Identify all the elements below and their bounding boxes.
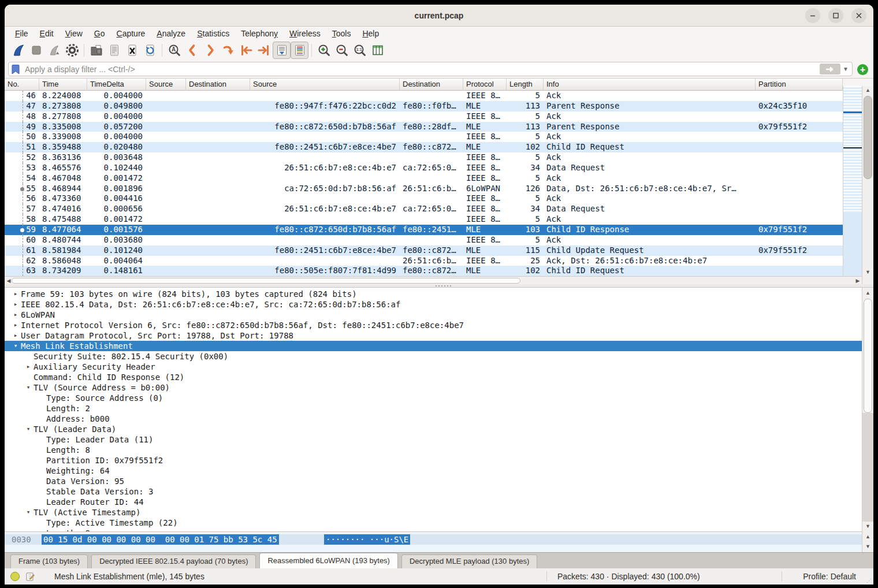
menu-view[interactable]: View (59, 28, 88, 39)
zoom-original-button[interactable]: 1:1 (351, 42, 369, 59)
add-filter-button-plus-icon[interactable]: + (857, 64, 868, 75)
close-button[interactable] (851, 8, 866, 23)
scroll-down-icon[interactable]: ▼ (862, 522, 873, 530)
expander-expanded-icon[interactable]: ▾ (23, 424, 34, 434)
detail-line[interactable]: Partition ID: 0x79f551f2 (5, 455, 862, 466)
restart-capture-button[interactable] (45, 42, 63, 59)
packet-row-57[interactable]: 578.4740160.00065626:51:c6:b7:e8:ce:4b:e… (5, 204, 843, 214)
detail-line[interactable]: Stable Data Version: 3 (5, 486, 862, 497)
column-header-destination[interactable]: Destination (400, 79, 463, 91)
zoom-in-button[interactable] (315, 42, 333, 59)
hex-bytes-highlighted[interactable]: 00 15 0d 00 00 00 00 00 00 00 01 75 bb 5… (42, 534, 279, 545)
scroll-down-icon[interactable]: ▼ (862, 542, 873, 550)
detail-line[interactable]: ▸Auxiliary Security Header (5, 362, 862, 372)
scroll-right-icon[interactable]: ▶ (854, 277, 862, 285)
detail-line[interactable]: Type: Active Timestamp (22) (5, 518, 862, 528)
scroll-down-icon[interactable]: ▼ (862, 268, 873, 276)
packet-list-scroll-thumb[interactable] (864, 96, 872, 179)
menu-file[interactable]: File (9, 28, 34, 39)
packet-list-hscrollbar[interactable]: ◀ ▶ (5, 276, 862, 284)
details-scroll-track[interactable] (862, 413, 873, 522)
go-last-packet-button[interactable] (255, 42, 273, 59)
scroll-up-icon[interactable]: ▲ (862, 86, 873, 94)
menu-capture[interactable]: Capture (111, 28, 151, 39)
resize-grip[interactable]: ⋰ (866, 578, 872, 583)
go-back-button[interactable] (183, 42, 201, 59)
capture-comment-icon[interactable] (25, 572, 35, 581)
detail-line[interactable]: ▸IEEE 802.15.4 Data, Dst: 26:51:c6:b7:e8… (5, 299, 862, 310)
detail-line[interactable]: Leader Router ID: 44 (5, 497, 862, 507)
column-header-no-[interactable]: No. (5, 79, 39, 91)
intelligent-scrollbar-minimap[interactable] (843, 86, 862, 276)
packet-row-50[interactable]: 508.3390080.004000IEEE 8…5Ack (5, 132, 843, 142)
go-to-packet-button[interactable] (219, 42, 237, 59)
menu-tools[interactable]: Tools (326, 28, 357, 39)
detail-line[interactable]: ▸User Datagram Protocol, Src Port: 19788… (5, 330, 862, 341)
detail-line[interactable]: Type: Leader Data (11) (5, 434, 862, 445)
scroll-up-icon[interactable]: ▲ (862, 289, 873, 297)
display-filter-input[interactable] (24, 64, 820, 75)
packet-row-46[interactable]: 468.2240080.004000IEEE 8…5Ack (5, 91, 843, 101)
column-header-info[interactable]: Info (544, 79, 756, 91)
expander-collapsed-icon[interactable]: ▸ (10, 299, 21, 310)
detail-line[interactable]: Length: 2 (5, 403, 862, 414)
auto-scroll-button[interactable] (273, 42, 291, 59)
packet-row-54[interactable]: 548.4670480.001472IEEE 8…5Ack (5, 173, 843, 184)
resize-columns-button[interactable] (369, 42, 386, 59)
packet-row-60[interactable]: 608.4807440.003680IEEE 8…5Ack (5, 235, 843, 245)
close-file-button[interactable] (123, 42, 141, 59)
expander-collapsed-icon[interactable]: ▸ (10, 320, 21, 330)
bytes-tab-0[interactable]: Frame (103 bytes) (10, 554, 88, 568)
filter-dropdown-caret-icon[interactable]: ▼ (843, 66, 849, 72)
detail-line[interactable]: ▸Frame 59: 103 bytes on wire (824 bits),… (5, 289, 862, 299)
bytes-tab-2[interactable]: Reassembled 6LoWPAN (193 bytes) (259, 553, 397, 568)
menu-analyze[interactable]: Analyze (151, 28, 191, 39)
packet-list-hscroll-thumb[interactable] (12, 278, 520, 284)
scroll-up-icon[interactable]: ▲ (862, 533, 873, 541)
details-scroll-thumb[interactable] (864, 299, 872, 413)
expert-info-icon[interactable] (10, 572, 20, 581)
detail-line[interactable]: ▾TLV (Source Address = b0:00) (5, 382, 862, 393)
colorize-packets-button[interactable] (291, 42, 308, 59)
packet-row-53[interactable]: 538.4655760.10244026:51:c6:b7:e8:ce:4b:e… (5, 163, 843, 173)
save-file-button[interactable] (105, 42, 123, 59)
packet-row-58[interactable]: 588.4754880.001472IEEE 8…5Ack (5, 214, 843, 225)
column-header-source[interactable]: Source (250, 79, 400, 91)
column-header-protocol[interactable]: Protocol (463, 79, 507, 91)
packet-row-63[interactable]: 638.7342090.148161fe80::505e:f807:7f81:4… (5, 266, 843, 276)
packet-row-56[interactable]: 568.4733600.004416IEEE 8…5Ack (5, 193, 843, 204)
menu-telephony[interactable]: Telephony (235, 28, 284, 39)
column-header-timedelta[interactable]: TimeDelta (87, 79, 146, 91)
expander-expanded-icon[interactable]: ▾ (10, 341, 21, 351)
detail-line[interactable]: ▸Internet Protocol Version 6, Src: fe80:… (5, 320, 862, 330)
detail-line[interactable]: Security Suite: 802.15.4 Security (0x00) (5, 351, 862, 362)
expander-collapsed-icon[interactable]: ▸ (10, 310, 21, 320)
reload-file-button[interactable] (141, 42, 159, 59)
expander-collapsed-icon[interactable]: ▸ (23, 362, 34, 372)
detail-line[interactable]: ▾TLV (Active Timestamp) (5, 507, 862, 518)
hex-ascii-highlighted[interactable]: ········ ···u·S\E (324, 534, 410, 545)
detail-line[interactable]: Length: 8 (5, 445, 862, 455)
column-header-partition[interactable]: Partition (756, 79, 843, 91)
detail-line[interactable]: Type: Source Address (0) (5, 393, 862, 403)
column-header-source[interactable]: Source (146, 79, 186, 91)
packet-row-55[interactable]: 558.4689440.001896ca:72:65:0d:b7:b8:56:a… (5, 184, 843, 194)
expander-collapsed-icon[interactable]: ▸ (10, 330, 21, 341)
detail-line[interactable]: ▾Mesh Link Establishment (5, 341, 862, 351)
packet-row-59[interactable]: 598.4770640.001576fe80::c872:650d:b7b8:5… (5, 225, 843, 235)
start-capture-button[interactable] (9, 42, 27, 59)
menu-go[interactable]: Go (88, 28, 111, 39)
menu-help[interactable]: Help (356, 28, 385, 39)
detail-line[interactable]: ▾TLV (Leader Data) (5, 424, 862, 434)
packet-row-62[interactable]: 628.5860480.00406426:51:c6:b…IEEE 8…25Ac… (5, 256, 843, 266)
detail-line[interactable]: Address: b000 (5, 414, 862, 424)
menu-statistics[interactable]: Statistics (191, 28, 235, 39)
detail-line[interactable]: Weighting: 64 (5, 466, 862, 476)
capture-options-button[interactable] (63, 42, 81, 59)
column-header-length[interactable]: Length (507, 79, 544, 91)
menu-edit[interactable]: Edit (34, 28, 59, 39)
packet-row-61[interactable]: 618.5819840.101240fe80::2451:c6b7:e8ce:4… (5, 245, 843, 256)
packet-row-51[interactable]: 518.3594880.020480fe80::2451:c6b7:e8ce:4… (5, 142, 843, 152)
open-file-button[interactable] (87, 42, 105, 59)
hex-vscrollbar[interactable]: ▲ ▼ (862, 531, 873, 552)
